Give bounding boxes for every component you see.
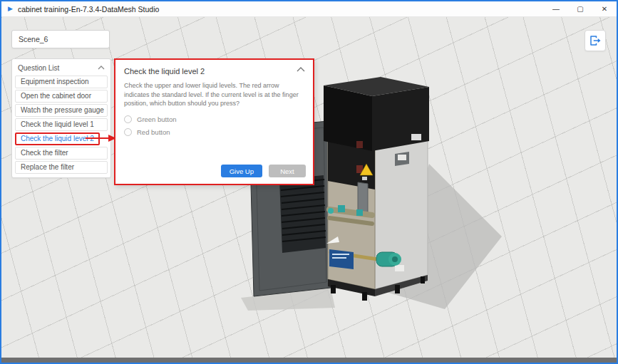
annotation-arrow <box>84 134 117 142</box>
option-label: Red button <box>137 128 170 136</box>
app-window: ▶ cabinet training-En-7.3.4-DataMesh Stu… <box>0 0 618 364</box>
give-up-button[interactable]: Give Up <box>221 165 262 177</box>
minimize-button[interactable]: — <box>544 1 568 16</box>
question-list-title: Question List <box>18 64 59 72</box>
cabinet-body <box>326 140 428 301</box>
chevron-up-icon[interactable] <box>297 67 305 72</box>
pump <box>376 252 401 266</box>
window-title: cabinet training-En-7.3.4-DataMesh Studi… <box>18 5 159 14</box>
scene-name-box[interactable]: Scene_6 <box>11 30 110 48</box>
radio-icon <box>124 128 132 136</box>
app-logo-icon: ▶ <box>8 6 13 12</box>
title-bar: ▶ cabinet training-En-7.3.4-DataMesh Stu… <box>1 1 617 17</box>
dialog-options: Green button Red button <box>124 115 304 136</box>
cabinet-top-box <box>324 77 429 151</box>
exit-button[interactable] <box>584 30 606 51</box>
question-item-equipment-inspection[interactable]: Equipment inspection <box>15 76 108 88</box>
maximize-button[interactable]: ▢ <box>568 1 592 16</box>
option-red-button[interactable]: Red button <box>124 128 304 136</box>
dialog-question-text: Check the upper and lower liquid levels.… <box>124 81 304 108</box>
question-item-replace-filter[interactable]: Replace the filter <box>15 161 108 174</box>
scene-name-label: Scene_6 <box>19 35 48 43</box>
question-item-check-filter[interactable]: Check the filter <box>15 147 108 160</box>
question-list-panel: Question List Equipment inspection Open … <box>11 58 111 178</box>
window-controls: — ▢ ✕ <box>544 1 617 16</box>
option-label: Green button <box>137 115 176 123</box>
radio-icon <box>124 115 132 123</box>
label-plate <box>329 249 354 269</box>
exit-icon <box>589 34 602 47</box>
question-item-watch-pressure-gauge[interactable]: Watch the pressure gauge <box>15 104 108 117</box>
bottom-bar <box>1 358 617 363</box>
chevron-up-icon <box>98 66 105 70</box>
question-item-check-liquid-level-1[interactable]: Check the liquid level 1 <box>15 118 108 131</box>
viewport-3d[interactable]: Scene_6 Question List Equipment inspecti… <box>1 17 617 363</box>
next-button[interactable]: Next <box>269 165 306 177</box>
close-button[interactable]: ✕ <box>592 1 617 16</box>
dialog-buttons: Give Up Next <box>215 165 306 177</box>
question-dialog: Check the liquid level 2 Check the upper… <box>114 58 314 185</box>
dialog-title: Check the liquid level 2 <box>124 67 304 76</box>
option-green-button[interactable]: Green button <box>124 115 304 123</box>
question-item-open-cabinet-door[interactable]: Open the cabinet door <box>15 90 108 103</box>
question-list-header[interactable]: Question List <box>15 61 108 74</box>
